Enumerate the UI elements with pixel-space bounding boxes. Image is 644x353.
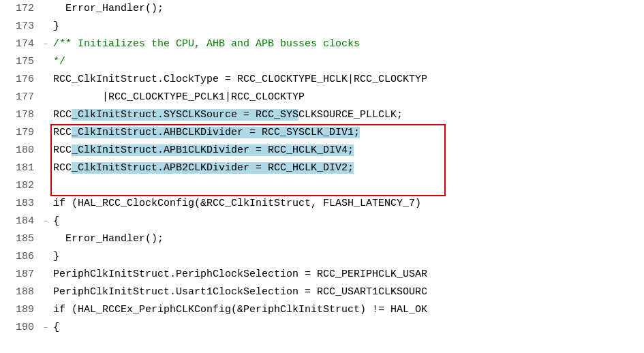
line-number: 180 — [0, 142, 41, 159]
code-line-176: 176 RCC_ClkInitStruct.ClockType = RCC_CL… — [0, 71, 644, 89]
fold-icon[interactable]: − — [41, 213, 50, 230]
line-number: 172 — [0, 0, 41, 18]
code-line-185: 185 Error_Handler(); — [0, 230, 644, 248]
fold-icon[interactable]: − — [41, 319, 50, 337]
code-line-174: 174 − /** Initializes the CPU, AHB and A… — [0, 35, 644, 53]
code-line-178: 178 RCC_ClkInitStruct.SYSCLKSource = RCC… — [0, 106, 644, 124]
line-number: 177 — [0, 89, 41, 106]
code-editor: 172 Error_Handler(); 173 } 174 − /** Ini… — [0, 0, 644, 353]
line-number: 183 — [0, 195, 41, 213]
code-text: PeriphClkInitStruct.PeriphClockSelection… — [50, 266, 644, 283]
line-number: 186 — [0, 248, 41, 266]
line-number: 188 — [0, 283, 41, 301]
line-number: 182 — [0, 177, 41, 195]
line-number: 178 — [0, 106, 41, 124]
code-text: RCC_ClkInitStruct.APB2CLKDivider = RCC_H… — [50, 159, 644, 177]
code-text: |RCC_CLOCKTYPE_PCLK1|RCC_CLOCKTYP — [50, 89, 644, 106]
line-number: 179 — [0, 124, 41, 142]
fold-icon[interactable]: − — [41, 35, 50, 53]
line-number: 190 — [0, 319, 41, 337]
code-text: if (HAL_RCCEx_PeriphCLKConfig(&PeriphClk… — [50, 301, 644, 319]
code-text: PeriphClkInitStruct.Usart1ClockSelection… — [50, 283, 644, 301]
line-number: 174 — [0, 35, 41, 53]
code-text: } — [50, 18, 644, 35]
code-line-189: 189 if (HAL_RCCEx_PeriphCLKConfig(&Perip… — [0, 301, 644, 319]
line-number: 185 — [0, 230, 41, 248]
line-number: 175 — [0, 53, 41, 71]
code-text: /** Initializes the CPU, AHB and APB bus… — [50, 35, 644, 53]
line-number: 176 — [0, 71, 41, 89]
code-text: Error_Handler(); — [50, 230, 644, 248]
code-line-188: 188 PeriphClkInitStruct.Usart1ClockSelec… — [0, 283, 644, 301]
code-text: { — [50, 319, 644, 337]
code-line-177: 177 |RCC_CLOCKTYPE_PCLK1|RCC_CLOCKTYP — [0, 89, 644, 106]
code-text: RCC_ClkInitStruct.AHBCLKDivider = RCC_SY… — [50, 124, 644, 142]
code-text: RCC_ClkInitStruct.ClockType = RCC_CLOCKT… — [50, 71, 644, 89]
code-line-172: 172 Error_Handler(); — [0, 0, 644, 18]
code-text: if (HAL_RCC_ClockConfig(&RCC_ClkInitStru… — [50, 195, 644, 213]
code-line-179: 179 RCC_ClkInitStruct.AHBCLKDivider = RC… — [0, 124, 644, 142]
code-line-181: 181 RCC_ClkInitStruct.APB2CLKDivider = R… — [0, 159, 644, 177]
code-text: RCC_ClkInitStruct.SYSCLKSource = RCC_SYS… — [50, 106, 644, 124]
code-line-187: 187 PeriphClkInitStruct.PeriphClockSelec… — [0, 266, 644, 283]
code-line-190: 190 − { — [0, 319, 644, 337]
code-text — [50, 177, 644, 195]
code-text: */ — [50, 53, 644, 71]
code-text: } — [50, 248, 644, 266]
line-number: 181 — [0, 159, 41, 177]
code-line-183: 183 if (HAL_RCC_ClockConfig(&RCC_ClkInit… — [0, 195, 644, 213]
code-line-180: 180 RCC_ClkInitStruct.APB1CLKDivider = R… — [0, 142, 644, 159]
code-text: RCC_ClkInitStruct.APB1CLKDivider = RCC_H… — [50, 142, 644, 159]
code-line-182: 182 — [0, 177, 644, 195]
code-line-186: 186 } — [0, 248, 644, 266]
code-line-175: 175 */ — [0, 53, 644, 71]
code-line-184: 184 − { — [0, 213, 644, 230]
line-number: 184 — [0, 213, 41, 230]
code-line-173: 173 } — [0, 18, 644, 35]
code-text: Error_Handler(); — [50, 0, 644, 18]
code-text: { — [50, 213, 644, 230]
line-number: 173 — [0, 18, 41, 35]
line-number: 189 — [0, 301, 41, 319]
line-number: 187 — [0, 266, 41, 283]
